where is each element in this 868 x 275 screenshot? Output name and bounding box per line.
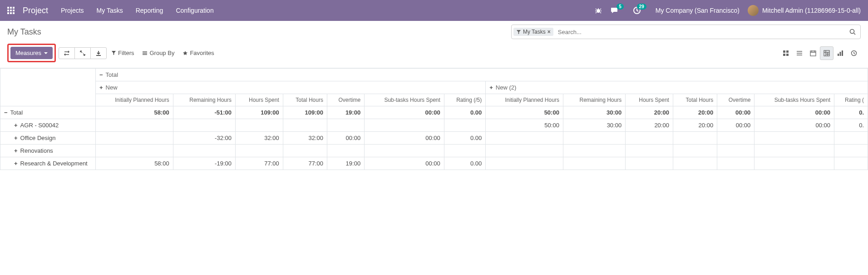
expand-icon[interactable]: + xyxy=(14,147,18,154)
activities-icon[interactable]: 29 xyxy=(633,6,641,15)
expand-all-button[interactable] xyxy=(74,47,91,59)
svg-rect-8 xyxy=(13,12,15,14)
expand-icon[interactable]: + xyxy=(489,84,493,91)
measure-header[interactable]: Total Hours xyxy=(673,94,717,106)
nav-my-tasks[interactable]: My Tasks xyxy=(97,7,123,14)
pivot-tools xyxy=(59,47,107,59)
measure-header[interactable]: Sub-tasks Hours Spent xyxy=(365,94,444,106)
svg-rect-6 xyxy=(7,12,9,14)
view-pivot[interactable] xyxy=(820,46,833,60)
col-group-new[interactable]: +New xyxy=(96,81,486,94)
svg-rect-7 xyxy=(10,12,12,14)
pivot-cell xyxy=(673,157,717,170)
col-total[interactable]: −Total xyxy=(96,69,868,81)
collapse-icon[interactable]: − xyxy=(99,71,103,78)
measure-header[interactable]: Rating (/5) xyxy=(444,94,485,106)
pivot-cell: 19:00 xyxy=(327,157,364,170)
search-input[interactable] xyxy=(556,27,845,37)
measures-button[interactable]: Measures xyxy=(10,47,53,59)
svg-rect-5 xyxy=(13,10,15,11)
view-activity[interactable] xyxy=(847,46,861,60)
remove-tag-icon[interactable]: × xyxy=(547,29,551,35)
measure-header[interactable]: Remaining Hours xyxy=(173,94,235,106)
measure-header[interactable]: Hours Spent xyxy=(626,94,673,106)
groupby-button[interactable]: Group By xyxy=(142,50,174,56)
pivot-cell xyxy=(755,145,834,157)
pivot-cell: 00:00 xyxy=(365,132,444,145)
nav-projects[interactable]: Projects xyxy=(61,7,84,14)
pivot-cell xyxy=(365,145,444,157)
nav-reporting[interactable]: Reporting xyxy=(136,7,163,14)
brand-name[interactable]: Project xyxy=(23,6,48,15)
expand-icon[interactable]: + xyxy=(14,160,18,167)
expand-icon[interactable]: + xyxy=(99,84,103,91)
pivot-cell xyxy=(365,119,444,132)
table-row: −Total58:00-51:00109:00109:0019:0000:000… xyxy=(0,106,868,119)
expand-icon[interactable]: + xyxy=(14,122,18,129)
row-header[interactable]: −Total xyxy=(0,106,96,119)
search-filter-tag: My Tasks × xyxy=(513,28,553,36)
row-header[interactable]: +Office Design xyxy=(0,132,96,145)
user-menu[interactable]: Mitchell Admin (11286969-15-0-all) xyxy=(748,5,861,16)
svg-rect-0 xyxy=(7,7,9,9)
download-button[interactable] xyxy=(90,47,107,59)
row-label: Total xyxy=(10,109,23,116)
search-box[interactable]: My Tasks × xyxy=(511,25,861,39)
pivot-cell xyxy=(626,157,673,170)
debug-icon[interactable] xyxy=(595,7,602,14)
measure-header[interactable]: Rating ( xyxy=(834,94,868,106)
measure-header[interactable]: Remaining Hours xyxy=(563,94,625,106)
measure-header[interactable]: Overtime xyxy=(717,94,755,106)
measure-header[interactable]: Total Hours xyxy=(283,94,327,106)
measure-header[interactable]: Initially Planned Hours xyxy=(486,94,563,106)
svg-rect-2 xyxy=(13,7,15,9)
row-header[interactable]: +Renovations xyxy=(0,145,96,157)
view-list[interactable] xyxy=(793,46,806,60)
messages-icon[interactable]: 5 xyxy=(610,6,618,15)
pivot-cell: 50:00 xyxy=(486,119,563,132)
svg-rect-14 xyxy=(783,54,785,56)
collapse-icon[interactable]: − xyxy=(4,109,8,116)
expand-icon[interactable]: + xyxy=(14,135,18,141)
row-header[interactable]: +Research & Development xyxy=(0,157,96,170)
svg-rect-13 xyxy=(786,50,789,53)
pivot-cell: 00:00 xyxy=(327,132,364,145)
measure-header[interactable]: Initially Planned Hours xyxy=(96,94,173,106)
view-kanban[interactable] xyxy=(779,46,793,60)
table-row: +Renovations xyxy=(0,145,868,157)
pivot-table-wrapper[interactable]: −Total +New +New (2) Initially Planned H… xyxy=(0,68,868,170)
measures-label: Measures xyxy=(15,50,41,56)
measure-header[interactable]: Overtime xyxy=(327,94,364,106)
pivot-cell xyxy=(755,157,834,170)
pivot-cell xyxy=(626,145,673,157)
measure-header[interactable]: Sub-tasks Hours Spent xyxy=(755,94,834,106)
view-calendar[interactable] xyxy=(806,46,820,60)
pivot-cell: 00:00 xyxy=(755,106,834,119)
filters-button[interactable]: Filters xyxy=(111,50,134,56)
pivot-cell xyxy=(173,145,235,157)
nav-configuration[interactable]: Configuration xyxy=(176,7,213,14)
highlight-measures: Measures xyxy=(7,44,56,62)
search-icon[interactable] xyxy=(845,26,860,38)
view-graph[interactable] xyxy=(833,46,847,60)
pivot-cell: 109:00 xyxy=(283,106,327,119)
pivot-cell xyxy=(327,145,364,157)
pivot-cell: 0. xyxy=(834,119,868,132)
row-header[interactable]: +AGR - S00042 xyxy=(0,119,96,132)
favorites-button[interactable]: Favorites xyxy=(182,50,214,56)
pivot-cell: 00:00 xyxy=(717,119,755,132)
measure-header[interactable]: Hours Spent xyxy=(235,94,283,106)
pivot-cell: -19:00 xyxy=(173,157,235,170)
company-selector[interactable]: My Company (San Francisco) xyxy=(656,7,740,14)
pivot-cell xyxy=(834,157,868,170)
pivot-cell xyxy=(327,119,364,132)
pivot-cell: 00:00 xyxy=(365,157,444,170)
svg-rect-16 xyxy=(810,51,816,56)
apps-icon[interactable] xyxy=(7,6,15,15)
col-group-new2[interactable]: +New (2) xyxy=(486,81,868,94)
svg-point-11 xyxy=(850,30,854,34)
flip-axis-button[interactable] xyxy=(59,47,75,59)
pivot-cell: 77:00 xyxy=(283,157,327,170)
filter-controls: Filters Group By Favorites xyxy=(111,50,214,56)
activities-badge: 29 xyxy=(637,4,646,10)
